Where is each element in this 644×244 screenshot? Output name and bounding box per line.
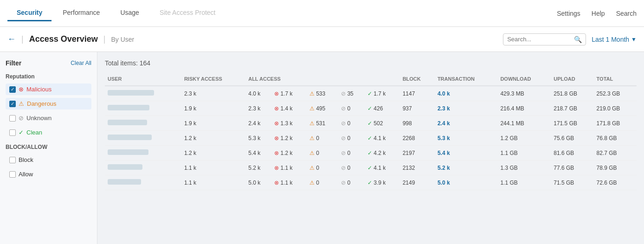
cell-total: 72.6 GB [594,175,637,190]
filter-label-allow: Allow [19,171,33,178]
cell-warn: ⚠ 0 [307,175,338,190]
col-transaction: TRANSACTION [435,72,498,86]
tab-security[interactable]: Security [7,5,52,21]
filter-item-block[interactable]: Block [6,154,91,166]
cell-risky: 1.1 k [181,175,245,190]
dangerous-icon: ⚠ [19,100,24,107]
cell-all: 5.0 k [245,175,271,190]
cell-all: 5.2 k [245,161,271,175]
filter-item-unknown[interactable]: ⊘ Unknown [6,112,91,124]
cell-total: 82.7 GB [594,146,637,161]
col-risky: RISKY ACCESS [181,72,245,86]
cell-risky: 2.3 k [181,86,245,101]
cell-trans: 5.2 k [435,161,498,175]
filter-label-dangerous: Dangerous [27,100,57,107]
table-header-row: USER RISKY ACCESS ALL ACCESS BLOCK TRANS… [105,72,637,86]
cell-risky: 1.9 k [181,101,245,116]
cell-block: 2132 [400,161,435,175]
cell-warn: ⚠ 533 [307,86,338,101]
unknown-icon: ⊘ [19,115,24,122]
search-input[interactable] [507,36,572,43]
checkbox-allow[interactable] [9,171,16,178]
cell-dl: 429.3 MB [497,86,551,101]
tab-performance[interactable]: Performance [53,5,109,21]
table-row: 1.2 k 5.4 k ⊗ 1.2 k ⚠ 0 ⊘ 0 ✓ 4.2 k 2197… [105,146,637,161]
checkbox-dangerous[interactable]: ✓ [9,101,16,107]
cell-block: 2149 [400,175,435,190]
cell-all: 2.3 k [245,101,271,116]
cell-unk: ⊘ 0 [338,101,365,116]
date-filter-label: Last 1 Month [592,36,629,43]
cell-all: 5.4 k [245,146,271,161]
cell-ul: 71.5 GB [551,175,593,190]
header-sub: By User [111,36,134,43]
cell-dl: 1.2 GB [497,131,551,146]
cell-risky: 1.9 k [181,116,245,131]
cell-total: 219.0 GB [594,101,637,116]
cell-risky: 1.2 k [181,146,245,161]
search-box[interactable]: 🔍 [503,33,586,45]
filter-item-malicious[interactable]: ✓ ⊗ Malicious [6,83,91,95]
cell-mal: ⊗ 1.4 k [271,101,307,116]
chevron-down-icon: ▼ [631,36,637,43]
clear-all-button[interactable]: Clear All [71,60,91,66]
table-row: 1.2 k 5.3 k ⊗ 1.2 k ⚠ 0 ⊘ 0 ✓ 4.1 k 2268… [105,131,637,146]
search-icon: 🔍 [574,36,582,43]
date-filter[interactable]: Last 1 Month ▼ [592,36,637,43]
block-allow-section: BLOCK/ALLOW Block Allow [6,144,91,180]
malicious-icon: ⊗ [19,86,24,93]
cell-mal: ⊗ 1.2 k [271,131,307,146]
filter-item-allow[interactable]: Allow [6,168,91,180]
cell-unk: ⊘ 0 [338,116,365,131]
cell-user [105,101,181,116]
filter-title: Filter [6,59,21,67]
cell-warn: ⚠ 0 [307,131,338,146]
cell-clean: ✓ 4.1 k [365,131,400,146]
checkbox-clean[interactable] [9,129,16,136]
cell-trans: 4.0 k [435,86,498,101]
cell-dl: 1.1 GB [497,175,551,190]
table-row: 1.9 k 2.4 k ⊗ 1.3 k ⚠ 531 ⊘ 0 ✓ 502 998 … [105,116,637,131]
cell-mal: ⊗ 1.2 k [271,146,307,161]
cell-dl: 1.1 GB [497,146,551,161]
search-link[interactable]: Search [616,10,637,17]
filter-item-dangerous[interactable]: ✓ ⚠ Dangerous [6,98,91,109]
header-bar: ← | Access Overview | By User 🔍 Last 1 M… [0,27,644,52]
cell-clean: ✓ 4.2 k [365,146,400,161]
cell-clean: ✓ 502 [365,116,400,131]
filter-label-block: Block [19,156,33,163]
cell-unk: ⊘ 35 [338,86,365,101]
tab-blurred[interactable]: Site Access Protect [150,5,225,21]
checkbox-unknown[interactable] [9,115,16,122]
tab-usage[interactable]: Usage [111,5,148,21]
filter-label-unknown: Unknown [26,115,52,122]
checkbox-malicious[interactable]: ✓ [9,86,16,93]
cell-warn: ⚠ 531 [307,116,338,131]
settings-link[interactable]: Settings [557,10,580,17]
help-link[interactable]: Help [592,10,605,17]
cell-all: 2.4 k [245,116,271,131]
filter-item-clean[interactable]: ✓ Clean [6,127,91,138]
cell-user [105,131,181,146]
page-title: Access Overview [29,34,98,44]
reputation-section-title: Reputation [6,73,91,80]
cell-ul: 77.6 GB [551,161,593,175]
cell-user [105,86,181,101]
data-table: USER RISKY ACCESS ALL ACCESS BLOCK TRANS… [105,72,637,190]
cell-user [105,161,181,175]
cell-unk: ⊘ 0 [338,131,365,146]
cell-ul: 75.6 GB [551,131,593,146]
cell-warn: ⚠ 495 [307,101,338,116]
table-row: 2.3 k 4.0 k ⊗ 1.7 k ⚠ 533 ⊘ 35 ✓ 1.7 k 1… [105,86,637,101]
cell-ul: 171.5 GB [551,116,593,131]
header-divider: | [21,34,24,44]
back-button[interactable]: ← [7,34,16,44]
cell-user [105,175,181,190]
cell-risky: 1.1 k [181,161,245,175]
checkbox-block[interactable] [9,157,16,163]
cell-total: 252.3 GB [594,86,637,101]
table-row: 1.9 k 2.3 k ⊗ 1.4 k ⚠ 495 ⊘ 0 ✓ 426 937 … [105,101,637,116]
cell-clean: ✓ 3.9 k [365,175,400,190]
cell-user [105,146,181,161]
cell-clean: ✓ 1.7 k [365,86,400,101]
